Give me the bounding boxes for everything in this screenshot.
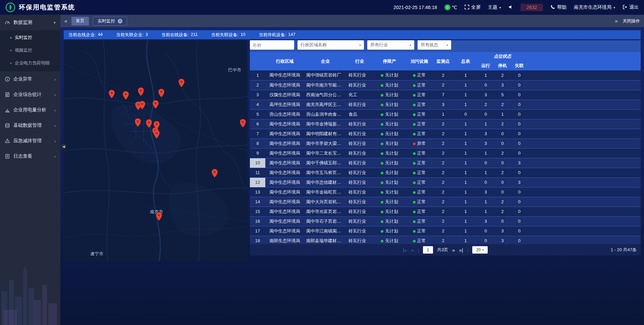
table-row[interactable]: 10阆中生态环境局阆中千佛镇五郎垭页岩砖瓦行业无计划正常21003	[250, 158, 641, 168]
cell-company: 阆中市五马桥页岩机砖	[304, 168, 346, 177]
sidebar-group-logs[interactable]: 日志查看 ‹	[0, 149, 60, 164]
cell-company: 阆中千佛镇五郎垭页岩	[304, 158, 346, 168]
last-page-icon[interactable]: »|	[459, 247, 463, 253]
name-search-input[interactable]	[250, 40, 294, 50]
cell-running-count: 1	[477, 70, 494, 80]
map-pin-icon[interactable]	[139, 101, 146, 110]
industry-select[interactable]: 所有行业 ▾	[367, 40, 414, 50]
next-page-icon[interactable]: »	[452, 247, 455, 253]
tab-home[interactable]: 首页	[71, 17, 89, 25]
cell-facility: 正常	[406, 197, 432, 207]
tabs-scroll-left-icon[interactable]: «	[64, 18, 67, 24]
sidebar-group-enterprise-stats[interactable]: 企业综合统计 ‹	[0, 87, 60, 102]
table-row[interactable]: 16阆中生态环境局阆中市石子页岩机砖厂砖瓦行业无计划正常21300	[250, 216, 641, 226]
table-row[interactable]: 13阆中生态环境局阆中市金福旺页岩机砖砖瓦行业无计划正常21300	[250, 187, 641, 197]
cell-region: 阆中生态环境局	[265, 80, 304, 90]
map-pin-icon[interactable]	[239, 119, 246, 128]
map-panel[interactable]: 巴中市 南充市 遂宁市	[64, 40, 248, 262]
col-header-filler	[528, 52, 641, 70]
map-pins-layer	[64, 40, 248, 262]
status-dot-icon	[381, 181, 383, 184]
table-row[interactable]: 1阆中生态环境局阆中强锐页岩砖厂砖瓦行业无计划正常21120	[250, 70, 641, 80]
help-button[interactable]: 帮助	[550, 4, 567, 10]
cell-region: 阆中生态环境局	[265, 70, 304, 80]
sidebar-group-base-data[interactable]: 基础数据管理 ‹	[0, 118, 60, 133]
alert-count-badge[interactable]: 2632	[521, 4, 543, 11]
logout-button[interactable]: 退出	[623, 4, 639, 10]
map-pin-icon[interactable]	[153, 130, 160, 139]
sidebar-item-video-monitor[interactable]: 视频监控	[0, 44, 60, 57]
mute-button[interactable]	[508, 5, 513, 10]
close-operations-button[interactable]: 关闭操作	[623, 18, 640, 24]
cell-industry: 砖瓦行业	[346, 207, 373, 216]
sidebar-item-realtime-monitor[interactable]: 实时监控	[0, 31, 60, 44]
table-row[interactable]: 6阆中生态环境局阆中市金博瑞新型墙材砖瓦行业无计划正常21120	[250, 119, 641, 129]
map-pin-icon[interactable]	[178, 78, 185, 88]
table-row[interactable]: 4高坪生态环境局南充市高坪区王家店建砖瓦行业无计划正常31220	[250, 100, 641, 109]
table-row[interactable]: 15阆中生态环境局阆中市光富页岩机砖厂砖瓦行业无计划正常21120	[250, 207, 641, 216]
map-pin-icon[interactable]	[108, 90, 115, 99]
theme-dropdown[interactable]: 主题 ▾	[488, 4, 501, 10]
table-row[interactable]: 2阆中生态环境局阆中市南方节能建材有砖瓦行业无计划正常21030	[250, 80, 641, 90]
tab-realtime-monitor[interactable]: 实时监控 ×	[93, 17, 127, 25]
col-group-point-status: 点位状态	[477, 52, 528, 61]
cell-stopped-count: 2	[494, 148, 511, 158]
cell-limit: 无计划	[373, 226, 406, 236]
col-header-index	[250, 52, 265, 70]
table-row[interactable]: 9阆中生态环境局阆中市二龙长宝页岩砖砖瓦行业无计划正常21120	[250, 148, 641, 158]
sidebar-group-power-analysis[interactable]: 企业用电量分析 ‹	[0, 102, 60, 118]
page-number-input[interactable]: 1	[423, 246, 433, 254]
first-page-icon[interactable]: |«	[403, 247, 407, 253]
table-row[interactable]: 17阆中生态环境局阆中市江南镇阆南页岩砖瓦行业无计划正常21030	[250, 226, 641, 236]
map-pin-icon[interactable]	[138, 87, 144, 96]
table-row[interactable]: 18南部生态环境局南部县瑞华建材有限公砖瓦行业无计划正常21030	[250, 236, 641, 244]
cell-facility: 正常	[406, 90, 432, 100]
map-pin-icon[interactable]	[146, 119, 152, 128]
sidebar-item-power-load-detail[interactable]: 企业电力负荷明细	[0, 57, 60, 69]
table-row[interactable]: 8阆中生态环境局阆中市枣碧大梁山页岩砖瓦行业无计划异常21300	[250, 139, 641, 148]
map-pin-icon[interactable]	[158, 89, 165, 98]
enterprise-table: 行政区域 企业 行业 停限产 治污设施 监测点 总表 点位状态 运行 停机 失联	[250, 52, 641, 244]
divider: |	[418, 248, 419, 253]
table-row[interactable]: 14阆中生态环境局阆中大兴页岩机砖厂砖瓦行业无计划正常21120	[250, 197, 641, 207]
table-row[interactable]: 11阆中生态环境局阆中市五马桥页岩机砖砖瓦行业无计划正常21120	[250, 168, 641, 177]
cell-monitor-count: 2	[432, 70, 454, 80]
status-dot-icon	[413, 123, 416, 126]
status-dot-icon	[381, 133, 383, 136]
cell-company: 阆中市南方节能建材有	[304, 80, 346, 90]
map-pin-icon[interactable]	[135, 118, 141, 127]
cell-limit: 无计划	[373, 236, 406, 244]
table-row[interactable]: 3仪陇生态环境局西南油气田分公司川中化工无计划正常71350	[250, 90, 641, 100]
prev-page-icon[interactable]: «	[411, 247, 414, 253]
fullscreen-button[interactable]: 全屏	[465, 4, 481, 10]
org-dropdown[interactable]: 南充市生态环境局 ▾	[574, 4, 615, 10]
cell-monitor-count: 2	[432, 168, 454, 177]
status-dot-icon	[381, 191, 383, 194]
cell-meter-count: 1	[454, 226, 477, 236]
status-dot-icon	[413, 94, 416, 97]
cell-facility: 正常	[406, 100, 432, 109]
table-row[interactable]: 12阆中生态环境局阆中市忠信建材有限公砖瓦行业无计划正常21003	[250, 177, 641, 187]
tabs-scroll-right-icon[interactable]: »	[615, 18, 618, 24]
page-size-select[interactable]: 20 ▾	[472, 246, 488, 254]
table-row[interactable]: 5营山生态环境局营山县润丰肉食品有限食品无计划正常10010	[250, 109, 641, 119]
bullet-dot-icon	[10, 50, 12, 51]
sidebar-collapse-handle[interactable]: ◀	[61, 144, 67, 150]
status-select[interactable]: 所有状态 ▾	[418, 40, 451, 50]
sidebar-group-enterprise-abnormal[interactable]: 企业异常 ‹	[0, 71, 60, 87]
map-pin-icon[interactable]	[152, 100, 159, 109]
map-pin-icon[interactable]	[156, 212, 162, 221]
tab-bar-right: » 关闭操作	[615, 18, 640, 24]
cell-facility: 正常	[406, 80, 432, 90]
region-select[interactable]: 行政区域名称 ▾	[298, 40, 364, 50]
close-icon[interactable]: ×	[118, 19, 122, 23]
sidebar-group-emergency[interactable]: 应急减排管理 ‹	[0, 133, 60, 149]
cell-company: 阆中市江南镇阆南页岩	[304, 226, 346, 236]
map-pin-icon[interactable]	[211, 169, 218, 178]
table-row[interactable]: 7阆中生态环境局阆中明阳建材有限公司砖瓦行业无计划正常21300	[250, 129, 641, 139]
cell-region: 阆中生态环境局	[265, 129, 304, 139]
cell-stopped-count: 0	[494, 158, 511, 168]
map-pin-icon[interactable]	[122, 91, 129, 100]
sidebar-group-data-monitor[interactable]: 数据监测 ▾	[0, 15, 60, 30]
cell-meter-count: 1	[454, 187, 477, 197]
